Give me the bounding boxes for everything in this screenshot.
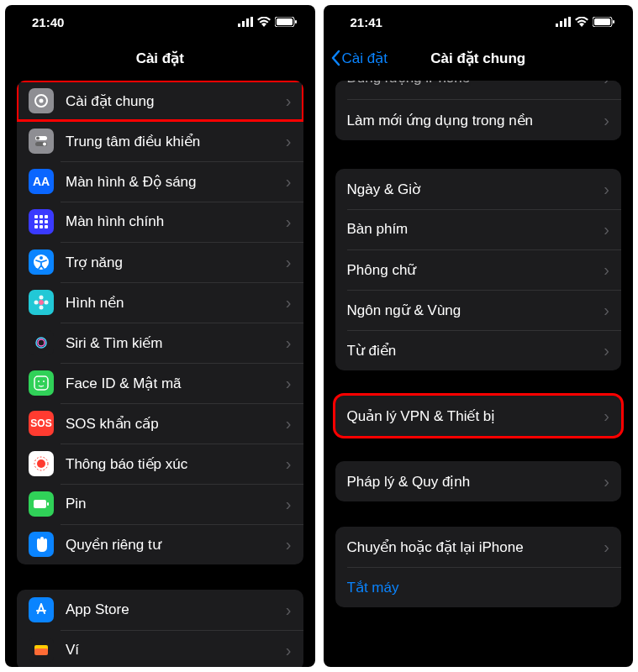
chevron-right-icon: › xyxy=(286,333,292,353)
row-dictionary[interactable]: Từ điển› xyxy=(335,330,622,370)
chevron-right-icon: › xyxy=(604,180,609,199)
chevron-left-icon xyxy=(330,50,340,66)
faceid-icon xyxy=(29,370,54,396)
row-privacy[interactable]: Quyền riêng tư› xyxy=(17,524,303,564)
chevron-right-icon: › xyxy=(604,260,609,280)
row-label: Màn hình & Độ sáng xyxy=(66,173,286,191)
row-label: Pháp lý & Quy định xyxy=(347,473,604,491)
row-shutdown[interactable]: Tắt máy xyxy=(335,567,622,607)
row-vpn[interactable]: Quản lý VPN & Thiết bị› xyxy=(335,396,622,436)
svg-rect-16 xyxy=(34,220,38,223)
row-sos[interactable]: SOSSOS khẩn cấp› xyxy=(17,403,303,444)
svg-rect-14 xyxy=(40,215,43,218)
row-display[interactable]: AAMàn hình & Độ sáng› xyxy=(17,161,303,202)
group-reset: Chuyển hoặc đặt lại iPhone›Tắt máy xyxy=(335,527,622,607)
page-title: Cài đặt xyxy=(136,50,184,67)
settings-content[interactable]: Cài đặt chung›Trung tâm điều khiển›AAMàn… xyxy=(5,77,315,667)
svg-point-33 xyxy=(38,381,40,382)
privacy-icon xyxy=(29,532,54,557)
svg-rect-21 xyxy=(45,225,48,228)
row-storage-partial[interactable]: Dung lượng iPhone › xyxy=(335,81,622,99)
status-time: 21:40 xyxy=(32,15,64,29)
svg-rect-32 xyxy=(34,376,48,390)
wifi-icon xyxy=(257,15,271,29)
row-exposure[interactable]: Thông báo tiếp xúc› xyxy=(17,444,303,484)
row-label: Hình nền xyxy=(66,294,286,312)
chevron-right-icon: › xyxy=(286,601,292,620)
svg-rect-5 xyxy=(277,18,293,25)
svg-point-11 xyxy=(36,137,40,140)
chevron-right-icon: › xyxy=(286,454,292,474)
page-title: Cài đặt chung xyxy=(430,50,525,67)
sos-icon: SOS xyxy=(29,411,54,436)
row-legal[interactable]: Pháp lý & Quy định› xyxy=(335,461,622,501)
row-label: Làm mới ứng dụng trong nền xyxy=(347,112,604,129)
row-transfer-reset[interactable]: Chuyển hoặc đặt lại iPhone› xyxy=(335,527,622,567)
svg-point-27 xyxy=(40,306,44,310)
svg-rect-38 xyxy=(47,502,49,506)
row-accessibility[interactable]: Trợ năng› xyxy=(17,242,303,282)
battery-icon xyxy=(593,15,614,29)
phone-left-settings: 21:40 Cài đặt Cài đặt chung›Trung tâm đi… xyxy=(5,5,315,667)
row-wallet[interactable]: Ví› xyxy=(17,630,303,667)
row-date-time[interactable]: Ngày & Giờ› xyxy=(335,169,622,209)
row-siri[interactable]: Siri & Tìm kiếm› xyxy=(17,323,303,363)
chevron-right-icon: › xyxy=(604,341,609,360)
svg-rect-47 xyxy=(613,20,614,24)
row-language[interactable]: Ngôn ngữ & Vùng› xyxy=(335,290,622,330)
settings-group-main: Cài đặt chung›Trung tâm điều khiển›AAMàn… xyxy=(17,81,303,564)
svg-point-26 xyxy=(45,301,49,305)
svg-rect-13 xyxy=(34,215,38,218)
row-label: Trung tâm điều khiển xyxy=(66,133,286,150)
svg-rect-18 xyxy=(45,220,48,223)
svg-rect-0 xyxy=(238,24,240,27)
chevron-right-icon: › xyxy=(286,132,292,151)
chevron-right-icon: › xyxy=(604,538,609,557)
chevron-right-icon: › xyxy=(604,472,609,491)
row-appstore[interactable]: App Store› xyxy=(17,590,303,630)
settings-group-store: App Store›Ví› xyxy=(17,590,303,667)
row-label: Bàn phím xyxy=(347,221,604,238)
row-home-screen[interactable]: Màn hình chính› xyxy=(17,202,303,242)
general-icon xyxy=(29,88,54,113)
row-label: Quản lý VPN & Thiết bị xyxy=(347,407,604,425)
general-content[interactable]: Dung lượng iPhone › Làm mới ứng dụng tro… xyxy=(324,77,634,667)
svg-rect-19 xyxy=(34,225,38,228)
phone-right-general: 21:41 Cài đặt Cài đặt chung Dung lượng i… xyxy=(324,5,634,667)
row-label: Màn hình chính xyxy=(66,213,286,230)
back-button[interactable]: Cài đặt xyxy=(330,50,388,67)
row-label: Quyền riêng tư xyxy=(66,536,286,554)
svg-rect-43 xyxy=(564,18,567,27)
accessibility-icon xyxy=(29,249,54,275)
battery-icon xyxy=(29,491,54,517)
status-bar: 21:40 xyxy=(5,5,315,39)
row-label: Ngôn ngữ & Vùng xyxy=(347,302,604,319)
chevron-right-icon: › xyxy=(286,641,292,660)
svg-point-12 xyxy=(43,143,46,146)
svg-point-35 xyxy=(37,459,45,468)
row-faceid[interactable]: Face ID & Mật mã› xyxy=(17,363,303,403)
svg-rect-20 xyxy=(40,225,43,228)
svg-rect-37 xyxy=(34,500,46,508)
chevron-right-icon: › xyxy=(286,535,292,554)
svg-point-8 xyxy=(40,99,44,103)
svg-rect-6 xyxy=(295,20,297,24)
svg-point-23 xyxy=(40,256,43,260)
home-screen-icon xyxy=(29,209,54,234)
chevron-right-icon: › xyxy=(604,301,609,320)
display-icon: AA xyxy=(29,169,54,194)
svg-rect-2 xyxy=(246,18,249,27)
svg-rect-1 xyxy=(242,21,245,27)
row-bg-refresh[interactable]: Làm mới ứng dụng trong nền› xyxy=(335,100,622,140)
row-keyboard[interactable]: Bàn phím› xyxy=(335,209,622,249)
row-general[interactable]: Cài đặt chung› xyxy=(17,81,303,121)
svg-point-25 xyxy=(40,296,44,300)
back-label: Cài đặt xyxy=(342,50,388,67)
svg-rect-17 xyxy=(40,220,43,223)
row-fonts[interactable]: Phông chữ› xyxy=(335,249,622,290)
row-wallpaper[interactable]: Hình nền› xyxy=(17,282,303,323)
svg-point-28 xyxy=(34,301,39,305)
row-battery[interactable]: Pin› xyxy=(17,484,303,524)
nav-header: Cài đặt Cài đặt chung xyxy=(324,39,634,77)
row-control-center[interactable]: Trung tâm điều khiển› xyxy=(17,121,303,161)
